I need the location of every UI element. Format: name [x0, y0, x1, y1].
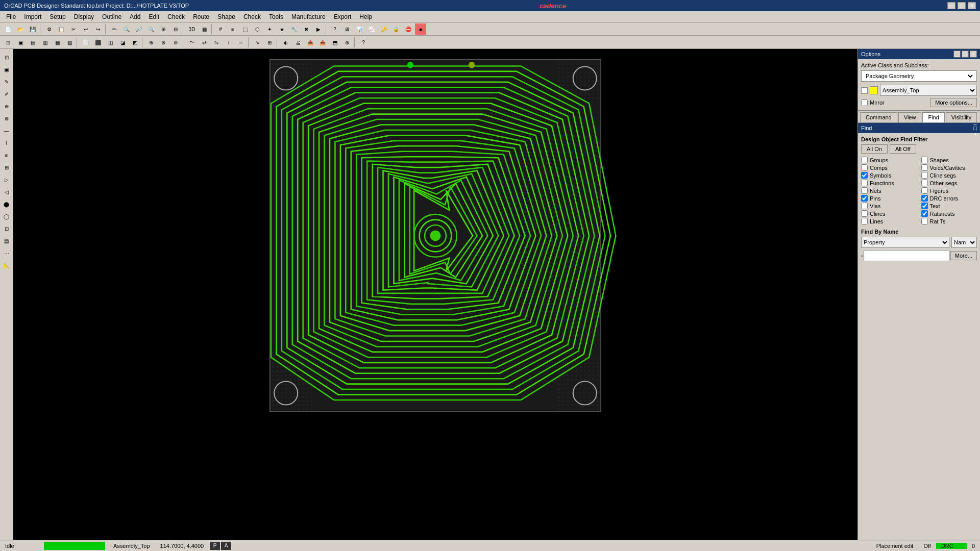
lt-btn12[interactable]: ◁	[1, 186, 12, 197]
options-close[interactable]: ×	[970, 51, 977, 58]
lt-btn14[interactable]: ◯	[1, 211, 12, 222]
tb-undo[interactable]: ↩	[80, 23, 91, 35]
tb-stop[interactable]: ⛔	[403, 23, 414, 35]
menu-tools[interactable]: Tools	[265, 12, 287, 21]
tb-btn2[interactable]: 📋	[56, 23, 67, 35]
lt-btn13[interactable]: ⬤	[1, 198, 12, 210]
tb2-btn6[interactable]: ▧	[64, 37, 75, 48]
tb-btn19[interactable]: 📊	[354, 23, 365, 35]
name-type-select[interactable]: Nam	[951, 237, 977, 248]
menu-check[interactable]: Check	[163, 12, 189, 21]
tb-redo[interactable]: ↪	[92, 23, 104, 35]
tb-btn9[interactable]: ▦	[199, 23, 210, 35]
tb2-btn3[interactable]: ▤	[27, 37, 38, 48]
tb-btn18[interactable]: 🖥	[341, 23, 353, 35]
drc-errors-checkbox[interactable]	[921, 195, 928, 202]
tb2-btn13[interactable]: ⊗	[158, 37, 169, 48]
menu-import[interactable]: Import	[20, 12, 45, 21]
subclass-checkbox[interactable]	[861, 87, 868, 94]
tb-btn7[interactable]: ⊟	[170, 23, 181, 35]
tb-open[interactable]: 📂	[15, 23, 26, 35]
lt-btn3[interactable]: ✎	[1, 76, 12, 87]
lt-btn10[interactable]: ⊞	[1, 162, 12, 173]
menu-route[interactable]: Route	[189, 12, 213, 21]
lt-btn1[interactable]: ⊡	[1, 52, 12, 63]
lt-btn5[interactable]: ⊕	[1, 101, 12, 112]
tb-btn17[interactable]: ▶	[313, 23, 324, 35]
property-select[interactable]: Property	[861, 237, 949, 248]
tb2-btn28[interactable]: ?	[358, 37, 369, 48]
lt-btn15[interactable]: ⊡	[1, 223, 12, 234]
mirror-checkbox[interactable]	[861, 99, 868, 106]
tb2-btn19[interactable]: ↔	[235, 37, 247, 48]
tb-zoom-in[interactable]: 🔎	[133, 23, 144, 35]
clines-checkbox[interactable]	[861, 210, 868, 217]
maximize-button[interactable]: □	[958, 2, 966, 9]
lt-btn9[interactable]: ≡	[1, 149, 12, 161]
menu-manufacture[interactable]: Manufacture	[287, 12, 330, 21]
tb2-btn27[interactable]: ⊛	[341, 37, 353, 48]
functions-checkbox[interactable]	[861, 180, 868, 186]
class-select-wrapper[interactable]: Package Geometry	[861, 70, 977, 82]
tb-btn8[interactable]: 3D	[186, 23, 198, 35]
tb2-btn17[interactable]: ⇋	[211, 37, 222, 48]
tb-new[interactable]: 📄	[3, 23, 14, 35]
menu-edit[interactable]: Edit	[144, 12, 163, 21]
close-button[interactable]: ✕	[968, 2, 976, 9]
tab-visibility[interactable]: Visibility	[946, 112, 977, 122]
tb2-btn9[interactable]: ◫	[105, 37, 116, 48]
tb2-btn2[interactable]: ▣	[15, 37, 26, 48]
tb2-btn22[interactable]: ⬖	[280, 37, 291, 48]
tb-btn6[interactable]: ⊞	[158, 23, 169, 35]
lt-btn17[interactable]: ⋯	[1, 247, 12, 259]
options-restore[interactable]: □	[962, 51, 969, 58]
menu-display[interactable]: Display	[70, 12, 98, 21]
vias-checkbox[interactable]	[861, 203, 868, 209]
tb-btn4[interactable]: ✏	[109, 23, 120, 35]
tb-btn15[interactable]: 🔧	[288, 23, 300, 35]
tb2-btn23[interactable]: 🖨	[292, 37, 304, 48]
tb-btn20[interactable]: 📈	[366, 23, 377, 35]
menu-shape[interactable]: Shape	[213, 12, 239, 21]
tb-btn5[interactable]: 🔍	[121, 23, 132, 35]
tb-help[interactable]: ?	[329, 23, 340, 35]
shapes-checkbox[interactable]	[921, 157, 928, 163]
lines-checkbox[interactable]	[861, 218, 868, 224]
ratsnests-checkbox[interactable]	[921, 210, 928, 217]
lt-btn16[interactable]: ▤	[1, 235, 12, 246]
subclass-color[interactable]	[870, 86, 878, 94]
menu-add[interactable]: Add	[126, 12, 144, 21]
tb-btn10[interactable]: ≡	[227, 23, 238, 35]
nets-checkbox[interactable]	[861, 187, 868, 194]
find-more-button[interactable]: More...	[950, 251, 977, 260]
lt-btn8[interactable]: ⌇	[1, 137, 12, 148]
more-options-button[interactable]: More options...	[930, 98, 977, 107]
options-minimize[interactable]: _	[953, 51, 961, 58]
cline-segs-checkbox[interactable]	[921, 172, 928, 179]
tb2-btn12[interactable]: ⊕	[145, 37, 157, 48]
tb-btn11[interactable]: ⬚	[239, 23, 251, 35]
lt-btn11[interactable]: ▷	[1, 174, 12, 185]
all-on-button[interactable]: All On	[861, 144, 888, 154]
other-segs-checkbox[interactable]	[921, 180, 928, 186]
tb-btn14[interactable]: ★	[276, 23, 287, 35]
tb2-btn11[interactable]: ◩	[129, 37, 140, 48]
find-name-input[interactable]	[864, 250, 949, 261]
tb2-btn25[interactable]: 📤	[317, 37, 328, 48]
groups-checkbox[interactable]	[861, 157, 868, 163]
tab-find[interactable]: Find	[922, 112, 944, 122]
tb-btn12[interactable]: ⬡	[252, 23, 263, 35]
tb2-btn8[interactable]: ⬛	[92, 37, 104, 48]
lt-btn6[interactable]: ⊗	[1, 113, 12, 124]
tb2-btn20[interactable]: ∿	[252, 37, 263, 48]
tb2-btn16[interactable]: ⇄	[199, 37, 210, 48]
subclass-select[interactable]: Assembly_Top	[880, 85, 977, 96]
tb2-btn4[interactable]: ▥	[39, 37, 51, 48]
find-restore[interactable]: □	[973, 125, 977, 131]
menu-check2[interactable]: Check	[239, 12, 265, 21]
lt-btn4[interactable]: ✐	[1, 88, 12, 99]
tb-save[interactable]: 💾	[27, 23, 38, 35]
tb-btn23[interactable]: ■	[415, 23, 426, 35]
symbols-checkbox[interactable]	[861, 172, 868, 179]
menu-export[interactable]: Export	[330, 12, 356, 21]
